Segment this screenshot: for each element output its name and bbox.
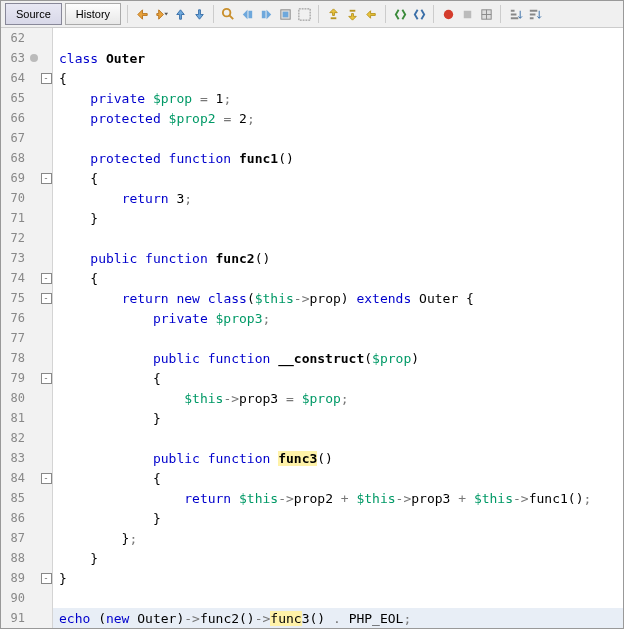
sort2-icon[interactable]	[526, 6, 542, 22]
line-number: 87	[1, 531, 28, 545]
code-line[interactable]	[59, 588, 623, 608]
tab-source[interactable]: Source	[5, 3, 62, 25]
code-line[interactable]	[59, 128, 623, 148]
editor-toolbar: Source History	[1, 1, 623, 28]
prev-bm-icon[interactable]	[239, 6, 255, 22]
marker-slot	[28, 54, 40, 62]
separator	[318, 5, 319, 23]
stop-icon[interactable]	[459, 6, 475, 22]
code-line[interactable]: private $prop = 1;	[59, 88, 623, 108]
fold-slot: -	[40, 173, 52, 184]
sort1-icon[interactable]	[507, 6, 523, 22]
code-line[interactable]: return $this->prop2 + $this->prop3 + $th…	[59, 488, 623, 508]
code-line[interactable]: {	[59, 68, 623, 88]
line-number: 73	[1, 251, 28, 265]
toggle-bm-icon[interactable]	[277, 6, 293, 22]
fold-toggle-icon[interactable]: -	[41, 293, 52, 304]
tab-history[interactable]: History	[65, 3, 121, 25]
record-icon[interactable]	[440, 6, 456, 22]
svg-rect-9	[463, 10, 471, 18]
line-number: 80	[1, 391, 28, 405]
gutter: 626364-6566676869-7071727374-75-76777879…	[1, 28, 53, 628]
svg-rect-7	[349, 9, 355, 11]
code-line[interactable]: }	[59, 208, 623, 228]
code-line[interactable]: {	[59, 268, 623, 288]
code-line[interactable]: protected $prop2 = 2;	[59, 108, 623, 128]
line-number: 66	[1, 111, 28, 125]
line-number: 82	[1, 431, 28, 445]
zoom-icon[interactable]	[220, 6, 236, 22]
next-bm-icon[interactable]	[258, 6, 274, 22]
gutter-row: 75-	[1, 288, 52, 308]
gutter-row: 64-	[1, 68, 52, 88]
code-line[interactable]: }	[59, 408, 623, 428]
code-line[interactable]: private $prop3;	[59, 308, 623, 328]
fold-toggle-icon[interactable]: -	[41, 373, 52, 384]
gutter-row: 88	[1, 548, 52, 568]
gutter-row: 86	[1, 508, 52, 528]
code-line[interactable]: {	[59, 368, 623, 388]
gutter-row: 79-	[1, 368, 52, 388]
gutter-row: 80	[1, 388, 52, 408]
code-content[interactable]: class Outer{ private $prop = 1; protecte…	[53, 28, 623, 628]
gutter-row: 76	[1, 308, 52, 328]
code-line[interactable]	[59, 28, 623, 48]
gutter-row: 85	[1, 488, 52, 508]
shift-up-icon[interactable]	[325, 6, 341, 22]
gutter-row: 63	[1, 48, 52, 68]
fold-toggle-icon[interactable]: -	[41, 173, 52, 184]
code-line[interactable]: public function __construct($prop)	[59, 348, 623, 368]
shift-line-icon[interactable]	[363, 6, 379, 22]
code-line[interactable]: {	[59, 168, 623, 188]
select-icon[interactable]	[296, 6, 312, 22]
code-line[interactable]: public function func3()	[59, 448, 623, 468]
uncomment-icon[interactable]	[411, 6, 427, 22]
shift-down-icon[interactable]	[344, 6, 360, 22]
code-line[interactable]: }	[59, 508, 623, 528]
svg-point-8	[443, 9, 452, 18]
line-number: 67	[1, 131, 28, 145]
fold-toggle-icon[interactable]: -	[41, 473, 52, 484]
code-line[interactable]	[59, 228, 623, 248]
gutter-row: 70	[1, 188, 52, 208]
fold-toggle-icon[interactable]: -	[41, 573, 52, 584]
line-number: 78	[1, 351, 28, 365]
code-line[interactable]: protected function func1()	[59, 148, 623, 168]
back-icon[interactable]	[134, 6, 150, 22]
code-editor: Source History 626364-6566676869-7071727…	[0, 0, 624, 629]
code-line[interactable]: public function func2()	[59, 248, 623, 268]
up-icon[interactable]	[172, 6, 188, 22]
line-number: 69	[1, 171, 28, 185]
line-number: 81	[1, 411, 28, 425]
code-line[interactable]: };	[59, 528, 623, 548]
down-icon[interactable]	[191, 6, 207, 22]
gutter-row: 83	[1, 448, 52, 468]
code-line[interactable]: return 3;	[59, 188, 623, 208]
line-number: 74	[1, 271, 28, 285]
gutter-row: 84-	[1, 468, 52, 488]
line-number: 75	[1, 291, 28, 305]
gutter-row: 78	[1, 348, 52, 368]
comment-icon[interactable]	[392, 6, 408, 22]
code-line[interactable]: return new class($this->prop) extends Ou…	[59, 288, 623, 308]
code-line[interactable]: {	[59, 468, 623, 488]
gutter-row: 82	[1, 428, 52, 448]
fold-toggle-icon[interactable]: -	[41, 73, 52, 84]
gutter-row: 87	[1, 528, 52, 548]
code-line[interactable]: class Outer	[59, 48, 623, 68]
fold-toggle-icon[interactable]: -	[41, 273, 52, 284]
svg-rect-6	[330, 17, 336, 19]
code-line[interactable]: }	[59, 548, 623, 568]
line-number: 83	[1, 451, 28, 465]
code-line[interactable]	[59, 328, 623, 348]
code-line[interactable]: }	[59, 568, 623, 588]
fwd-dd-icon[interactable]	[153, 6, 169, 22]
svg-rect-2	[261, 10, 265, 18]
annotation-icon	[30, 54, 38, 62]
code-line[interactable]: $this->prop3 = $prop;	[59, 388, 623, 408]
fold-slot: -	[40, 293, 52, 304]
grid-icon[interactable]	[478, 6, 494, 22]
code-line[interactable]	[59, 428, 623, 448]
line-number: 65	[1, 91, 28, 105]
line-number: 88	[1, 551, 28, 565]
